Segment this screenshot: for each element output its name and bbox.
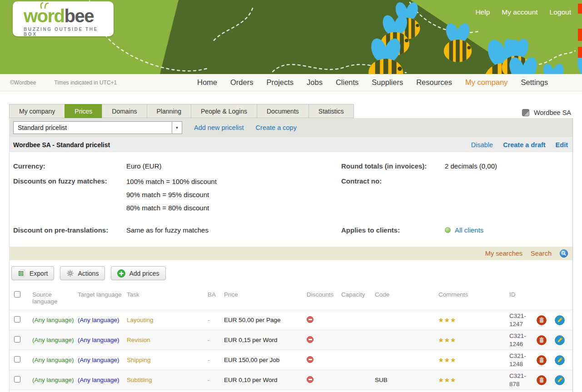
add-new-pricelist-link[interactable]: Add new pricelist <box>194 124 244 131</box>
price-value: EUR 0,10 per Word <box>224 377 307 383</box>
tab-planning[interactable]: Planning <box>147 104 192 118</box>
nav-item-clients[interactable]: Clients <box>336 78 358 87</box>
my-account-link[interactable]: My account <box>502 8 537 16</box>
select-all-checkbox[interactable] <box>14 291 20 298</box>
row-checkbox[interactable] <box>14 336 20 342</box>
edit-icon[interactable] <box>555 355 565 365</box>
nav-item-suppliers[interactable]: Suppliers <box>372 78 403 87</box>
col-discounts[interactable]: Discounts <box>307 291 341 298</box>
col-task[interactable]: Task <box>127 291 208 298</box>
comments-rating: ★★★ <box>438 337 509 343</box>
target-language: (Any language) <box>78 357 127 363</box>
scrollbar-marker <box>578 4 582 14</box>
chevron-down-icon[interactable]: ▼ <box>172 122 182 134</box>
edit-link[interactable]: Edit <box>556 141 568 149</box>
nav-item-projects[interactable]: Projects <box>266 78 293 87</box>
create-draft-link[interactable]: Create a draft <box>503 141 545 149</box>
account-links: Help My account Logout <box>475 8 571 16</box>
tab-domains[interactable]: Domains <box>102 104 147 118</box>
excel-icon <box>18 269 26 278</box>
fuzzy-discounts-label: Discounts on fuzzy matches: <box>13 177 126 214</box>
tab-my-company[interactable]: My company <box>9 104 65 118</box>
discount-denied-icon <box>307 336 313 343</box>
col-id[interactable]: ID <box>509 291 537 298</box>
search-link[interactable]: Search <box>531 250 552 257</box>
row-id: C321-1248 <box>509 352 537 368</box>
nav-item-home[interactable]: Home <box>197 78 217 87</box>
delete-icon[interactable] <box>537 335 547 345</box>
table-toolbar: Export Actions Add prices <box>10 260 572 287</box>
my-searches-link[interactable]: My searches <box>485 250 522 257</box>
add-prices-button[interactable]: Add prices <box>111 266 165 280</box>
nav-item-orders[interactable]: Orders <box>230 78 253 87</box>
main-content: My company Prices Domains Planning Peopl… <box>0 91 582 392</box>
ba-value: - <box>208 377 224 383</box>
edit-icon[interactable] <box>555 375 565 385</box>
col-comments[interactable]: Comments <box>438 291 509 298</box>
currency-label: Currency: <box>13 162 126 170</box>
help-link[interactable]: Help <box>475 8 490 16</box>
table-header: Source language Target language Task BA … <box>10 287 572 310</box>
task-link[interactable]: Subtitling <box>127 377 152 383</box>
edit-icon[interactable] <box>555 335 565 345</box>
tab-documents[interactable]: Documents <box>257 104 309 118</box>
pricelist-select-row: Standard pricelist ▼ Add new pricelist C… <box>10 118 572 137</box>
search-icon[interactable] <box>560 249 568 258</box>
discount-denied-icon <box>307 316 313 323</box>
delete-icon[interactable] <box>537 375 547 385</box>
delete-icon[interactable] <box>537 355 547 365</box>
applies-to-clients-label: Applies to clients: <box>341 226 445 234</box>
pretranslation-discount-label: Discount on pre-translations: <box>13 226 126 234</box>
source-language: (Any language) <box>32 357 78 363</box>
scrollbar-marker <box>578 29 582 41</box>
col-capacity[interactable]: Capacity <box>341 291 375 298</box>
col-source-language[interactable]: Source language <box>32 291 78 305</box>
tab-people-logins[interactable]: People & Logins <box>191 104 257 118</box>
fuzzy-discounts-value: 100% match = 100% discount 90% match = 9… <box>126 177 341 214</box>
col-target-language[interactable]: Target language <box>78 291 127 298</box>
tab-statistics[interactable]: Statistics <box>308 104 354 118</box>
gear-icon <box>66 269 74 277</box>
col-price[interactable]: Price <box>224 291 307 298</box>
price-value: EUR 50,00 per Page <box>224 317 307 323</box>
export-button[interactable]: Export <box>11 266 54 280</box>
plus-icon <box>117 269 125 278</box>
create-copy-link[interactable]: Create a copy <box>256 124 297 131</box>
tab-prices[interactable]: Prices <box>65 104 102 118</box>
task-link[interactable]: Shipping <box>127 357 151 363</box>
source-language: (Any language) <box>32 377 78 383</box>
pricelist-select-value: Standard pricelist <box>18 124 67 131</box>
tab-bar: My company Prices Domains Planning Peopl… <box>9 104 573 118</box>
all-clients-link[interactable]: All clients <box>455 226 483 234</box>
timezone-note: Times indicated in UTC+1 <box>54 79 117 86</box>
nav-item-resources[interactable]: Resources <box>416 78 452 87</box>
delete-icon[interactable] <box>537 315 547 325</box>
task-link[interactable]: Layouting <box>127 317 154 323</box>
actions-button[interactable]: Actions <box>60 266 105 280</box>
col-code[interactable]: Code <box>375 291 438 298</box>
header-banner: wordbee BUZZING OUTSIDE THE BOX Help My … <box>0 0 582 74</box>
pricelist-select[interactable]: Standard pricelist ▼ <box>13 121 182 134</box>
company-name: Wordbee SA <box>534 109 571 116</box>
contract-no-label: Contract no: <box>341 177 445 214</box>
currency-value: Euro (EUR) <box>126 162 341 170</box>
prices-table: Source language Target language Task BA … <box>10 287 572 392</box>
row-checkbox[interactable] <box>14 376 20 382</box>
edit-icon[interactable] <box>555 315 565 325</box>
comments-rating: ★★★ <box>438 357 509 363</box>
logout-link[interactable]: Logout <box>550 8 571 16</box>
row-checkbox[interactable] <box>14 316 20 323</box>
price-value: EUR 150,00 per Job <box>224 357 307 363</box>
discount-denied-icon <box>307 356 313 363</box>
task-link[interactable]: Revision <box>127 337 150 343</box>
nav-item-my-company[interactable]: My company <box>465 78 508 87</box>
row-checkbox[interactable] <box>14 356 20 362</box>
disable-link[interactable]: Disable <box>471 141 493 149</box>
col-ba[interactable]: BA <box>208 291 224 298</box>
discount-denied-icon <box>307 376 313 383</box>
comments-rating: ★★★ <box>438 317 509 323</box>
table-row: (Any language) (Any language) Revision -… <box>10 330 572 350</box>
nav-item-settings[interactable]: Settings <box>521 78 548 87</box>
nav-item-jobs[interactable]: Jobs <box>307 78 323 87</box>
company-badge: Wordbee SA <box>522 109 571 116</box>
